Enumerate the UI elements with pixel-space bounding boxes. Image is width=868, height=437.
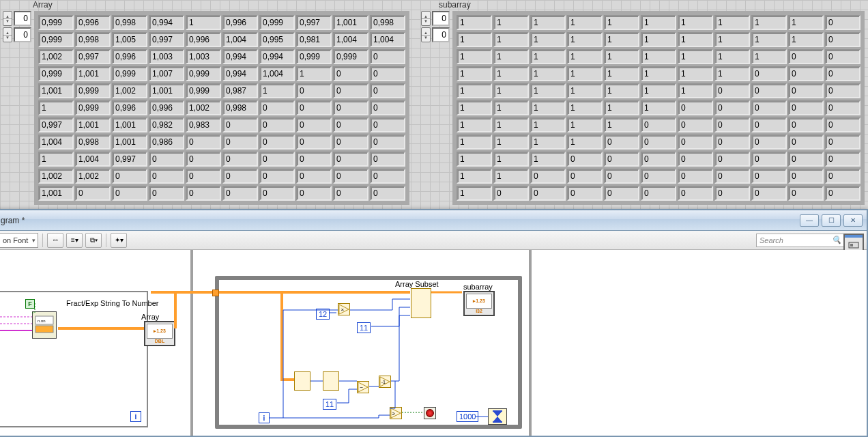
- array-cell[interactable]: 0: [296, 117, 332, 132]
- array-cell[interactable]: 1: [259, 83, 295, 98]
- array-cell[interactable]: 0: [333, 135, 368, 150]
- fract-exp-node[interactable]: n.nn: [32, 311, 57, 339]
- array-cell[interactable]: 1: [493, 15, 529, 30]
- array-cell[interactable]: 0: [567, 169, 603, 184]
- array-cell[interactable]: 0: [112, 169, 147, 184]
- array-cell[interactable]: 0: [296, 135, 332, 150]
- array-cell[interactable]: 1,002: [112, 83, 147, 98]
- array-cell[interactable]: 0,996: [149, 100, 184, 115]
- array-cell[interactable]: 0: [222, 152, 258, 167]
- array-cell[interactable]: 1: [678, 32, 713, 47]
- array-cell[interactable]: 1: [457, 135, 492, 150]
- window-minimize-button[interactable]: —: [800, 214, 819, 227]
- array-cell[interactable]: 0: [788, 100, 824, 115]
- array-cell[interactable]: 0,996: [112, 49, 147, 64]
- array-cell[interactable]: 0: [788, 49, 824, 64]
- array-cell[interactable]: 1: [296, 66, 332, 81]
- array-cell[interactable]: 0,996: [186, 32, 221, 47]
- array-cell[interactable]: 0: [825, 32, 860, 47]
- array-cell[interactable]: 1: [567, 66, 603, 81]
- array-cell[interactable]: 0,999: [186, 66, 221, 81]
- array-cell[interactable]: 1,004: [370, 32, 405, 47]
- array-cell[interactable]: 0: [493, 186, 529, 201]
- array-cell[interactable]: 0: [641, 186, 676, 201]
- array-cell[interactable]: 1: [530, 15, 566, 30]
- array-cell[interactable]: 0: [296, 152, 332, 167]
- array-cell[interactable]: 0: [788, 135, 824, 150]
- array-cell[interactable]: 1: [567, 100, 603, 115]
- array-cell[interactable]: 0,981: [296, 32, 332, 47]
- array-cell[interactable]: 1: [493, 152, 529, 167]
- array-cell[interactable]: 0: [530, 169, 566, 184]
- array-cell[interactable]: 0: [186, 169, 221, 184]
- array-cell[interactable]: 0,986: [149, 135, 184, 150]
- array-cell[interactable]: 0,982: [149, 117, 184, 132]
- array-cell[interactable]: 0,994: [149, 15, 184, 30]
- numeric-constant-1000[interactable]: 1000: [457, 411, 478, 422]
- array-cell[interactable]: 0: [825, 152, 860, 167]
- array-cell[interactable]: 1,001: [149, 83, 184, 98]
- array-cell[interactable]: 1: [604, 32, 639, 47]
- array-cell[interactable]: 0: [714, 100, 750, 115]
- search-input[interactable]: Search 🔍: [756, 234, 845, 247]
- array-row-index-spinner[interactable]: ▲▼: [3, 11, 12, 26]
- array-cell[interactable]: 0: [370, 186, 405, 201]
- array-cell[interactable]: 0: [751, 169, 787, 184]
- array-cell[interactable]: 0: [222, 169, 258, 184]
- stop-terminal[interactable]: [424, 407, 436, 419]
- array-cell[interactable]: 1: [714, 49, 750, 64]
- array-cell[interactable]: 1,002: [38, 169, 74, 184]
- array-cell[interactable]: 0: [149, 152, 184, 167]
- array-cell[interactable]: 1: [493, 49, 529, 64]
- array-cell[interactable]: 0: [678, 135, 713, 150]
- array-cell[interactable]: 1,004: [259, 66, 295, 81]
- array-cell[interactable]: 1: [604, 66, 639, 81]
- subarray-col-index[interactable]: 0: [432, 27, 450, 42]
- array-cell[interactable]: 0: [259, 186, 295, 201]
- array-cell[interactable]: 1: [567, 117, 603, 132]
- array-cell[interactable]: 1: [457, 15, 492, 30]
- array-cell[interactable]: 1: [530, 152, 566, 167]
- array-cell[interactable]: 1: [641, 32, 676, 47]
- array-cell[interactable]: 1: [678, 15, 713, 30]
- array-cell[interactable]: 0,987: [222, 83, 258, 98]
- array-cell[interactable]: 0: [370, 66, 405, 81]
- array-cell[interactable]: 0: [825, 66, 860, 81]
- array-cell[interactable]: 0: [296, 100, 332, 115]
- boolean-constant-F[interactable]: F: [25, 299, 35, 309]
- array-cell[interactable]: 0,999: [38, 32, 74, 47]
- array-cell[interactable]: 1: [567, 32, 603, 47]
- array-cell[interactable]: 1: [530, 32, 566, 47]
- array-cell[interactable]: 0,996: [222, 15, 258, 30]
- window-close-button[interactable]: ✕: [843, 214, 863, 227]
- array-cell[interactable]: 0: [259, 100, 295, 115]
- array-cell[interactable]: 1: [38, 100, 74, 115]
- array-cell[interactable]: 1: [567, 49, 603, 64]
- array-cell[interactable]: 1: [604, 100, 639, 115]
- array-cell[interactable]: 0,999: [38, 15, 74, 30]
- array-cell[interactable]: 1: [457, 32, 492, 47]
- array-cell[interactable]: 0: [714, 169, 750, 184]
- array-cell[interactable]: 0: [714, 83, 750, 98]
- array-cell[interactable]: 1: [457, 66, 492, 81]
- array-cell[interactable]: 1: [457, 100, 492, 115]
- array-cell[interactable]: 0: [222, 117, 258, 132]
- align-button[interactable]: ▫▫: [47, 233, 63, 248]
- array-cell[interactable]: 1: [457, 169, 492, 184]
- array-cell[interactable]: 0,998: [75, 32, 111, 47]
- array-cell[interactable]: 1: [530, 135, 566, 150]
- array-cell[interactable]: 0: [751, 83, 787, 98]
- array-cell[interactable]: 1: [678, 49, 713, 64]
- array-cell[interactable]: 0: [751, 152, 787, 167]
- array-cell[interactable]: 0: [714, 152, 750, 167]
- array-cell[interactable]: 1: [604, 117, 639, 132]
- array-cell[interactable]: 0,998: [222, 100, 258, 115]
- reorder-button[interactable]: ⧉▾: [85, 233, 102, 248]
- array-cell[interactable]: 0: [825, 117, 860, 132]
- array-cell[interactable]: 1,002: [186, 100, 221, 115]
- array-cell[interactable]: 0: [604, 169, 639, 184]
- array-cell[interactable]: 1: [604, 49, 639, 64]
- index-array-node[interactable]: [323, 371, 339, 391]
- array-cell[interactable]: 1: [493, 169, 529, 184]
- array-cell[interactable]: 0: [112, 186, 147, 201]
